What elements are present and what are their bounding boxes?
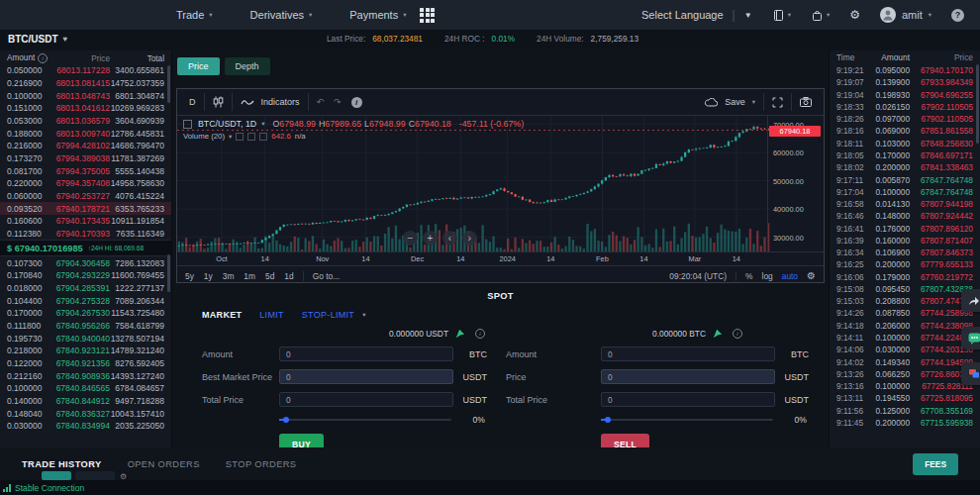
interval-button[interactable]: D: [181, 93, 205, 111]
language-selector[interactable]: Select Language | ▼: [641, 8, 752, 22]
orderbook-row[interactable]: 0.09352067940.1787216353.765233: [0, 202, 171, 215]
orders-tab-stop-orders[interactable]: STOP ORDERS: [226, 459, 297, 469]
share-floating-button[interactable]: [961, 289, 980, 312]
nav-menu-payments[interactable]: Payments▾: [349, 9, 406, 21]
orderbook-row[interactable]: 0.10000068013.0487436801.304874: [0, 89, 171, 102]
orderbook-row[interactable]: 0.11238067940.1703937635.116349: [0, 228, 171, 241]
buy-amount-input[interactable]: 0: [279, 346, 453, 361]
info-icon[interactable]: i: [351, 97, 362, 108]
trades-scrollbar[interactable]: [976, 64, 979, 144]
orderbook-row[interactable]: 0.03000067840.8349942035.225050: [0, 420, 171, 433]
auto-scale-button[interactable]: auto: [782, 271, 798, 281]
orderbook-row[interactable]: 0.16060067940.17343510911.191854: [0, 215, 171, 228]
info-icon[interactable]: i: [38, 53, 48, 63]
candle-style-button[interactable]: [205, 93, 233, 111]
orderbook-row[interactable]: 0.17000067904.26753011543.725480: [0, 307, 171, 320]
volume-legend[interactable]: Volume (20) ▾ 642.6 n/a: [183, 132, 306, 141]
favorite-heart-icon[interactable]: ♥: [63, 35, 68, 44]
orderbook-row[interactable]: 0.21800067840.92312114789.321240: [0, 345, 171, 357]
help-icon[interactable]: ?: [951, 9, 964, 22]
info-icon[interactable]: i: [733, 329, 742, 339]
orderbook-row[interactable]: 0.14804067840.83632710043.157410: [0, 407, 171, 420]
orderbook-row[interactable]: 0.17084067904.29322911600.769455: [0, 269, 171, 282]
symbol-legend[interactable]: BTC/USDT, 1D ▾ O67948.99H67989.65L67948.…: [183, 119, 524, 129]
orders-tab-open-orders[interactable]: OPEN ORDERS: [128, 459, 200, 469]
order-type-tab-stop-limit[interactable]: STOP-LIMIT: [302, 310, 354, 320]
settings-mini-icon[interactable]: [247, 133, 255, 141]
orderbook-row[interactable]: 0.18800068013.00974012786.445831: [0, 127, 171, 140]
buy-total-price-input[interactable]: 0: [279, 392, 453, 407]
range-5d[interactable]: 5d: [265, 271, 274, 281]
orderbook-row[interactable]: 0.10730067904.3064587286.132083: [0, 256, 171, 269]
bids-scrollbar[interactable]: [167, 254, 170, 292]
orderbook-row[interactable]: 0.22000067994.35740814958.758630: [0, 177, 171, 190]
orderbook-row[interactable]: 0.12200067840.9213568276.592405: [0, 357, 171, 370]
clock[interactable]: 09:20:04 (UTC): [669, 271, 727, 281]
orderbook-row[interactable]: 0.21600067994.42810214686.796470: [0, 140, 171, 152]
wallet-button[interactable]: ▾: [811, 9, 830, 22]
snapshot-button[interactable]: [792, 93, 820, 111]
order-type-tab-market[interactable]: MARKET: [202, 310, 242, 320]
sell-total-price-input[interactable]: 0: [601, 392, 775, 407]
time-axis[interactable]: Oct14Nov14Dec14202414Feb14Mar14: [177, 251, 824, 265]
orderbook-row[interactable]: 0.14000067840.8449129497.718288: [0, 395, 171, 408]
orderbook-row[interactable]: 0.11180067840.9562667584.618799: [0, 320, 171, 333]
range-3m[interactable]: 3m: [223, 271, 235, 281]
depth-view-button[interactable]: Depth: [225, 57, 270, 75]
fullscreen-button[interactable]: [764, 93, 792, 111]
zoom-in-button[interactable]: +: [423, 231, 438, 246]
orderbook-row[interactable]: 0.21690068013.08141514752.037359: [0, 77, 171, 90]
settings-button[interactable]: ⚙: [849, 8, 860, 22]
asks-scrollbar[interactable]: [167, 65, 170, 103]
orders-tab-trade-history[interactable]: TRADE HISTORY: [22, 459, 102, 469]
compare-floating-button[interactable]: [961, 362, 980, 385]
nav-menu-trade[interactable]: Trade▾: [176, 9, 213, 21]
range-5y[interactable]: 5y: [185, 271, 194, 281]
scroll-right-button[interactable]: ›: [462, 231, 477, 246]
buy-best-market-price-input[interactable]: 0: [279, 369, 453, 384]
orderbook-row[interactable]: 0.10000067840.8465656784.084657: [0, 382, 171, 395]
orderbook-row[interactable]: 0.10440067904.2753287089.206344: [0, 294, 171, 307]
price-axis[interactable]: 70000.0060000.0050000.0040000.0030000.00…: [767, 116, 824, 251]
range-1m[interactable]: 1m: [244, 271, 255, 281]
cursor-icon[interactable]: [713, 329, 723, 339]
orderbook-row[interactable]: 0.08170067994.3750055555.140438: [0, 164, 171, 177]
cutoff-widget[interactable]: [42, 471, 71, 480]
close-mini-icon[interactable]: [259, 133, 267, 141]
sell-price-input[interactable]: 0: [601, 369, 775, 384]
log-scale-button[interactable]: log: [762, 271, 773, 281]
fees-button[interactable]: FEES: [913, 453, 958, 475]
undo-icon[interactable]: ↶: [317, 97, 325, 107]
price-view-button[interactable]: Price: [177, 57, 220, 75]
orderbook-row[interactable]: 0.05300068013.0365793604.690939: [0, 115, 171, 128]
redo-icon[interactable]: ↷: [334, 97, 342, 107]
cutoff-widget[interactable]: [75, 471, 115, 480]
orderbook-row[interactable]: 0.19573067840.94004013278.507194: [0, 332, 171, 345]
orderbook-row[interactable]: 0.06000067940.2537274076.415224: [0, 190, 171, 203]
axis-settings-gear-icon[interactable]: ⚙: [807, 270, 816, 281]
percent-scale-button[interactable]: %: [745, 271, 752, 281]
sell-amount-slider[interactable]: [601, 419, 773, 421]
toggle-icon[interactable]: [236, 133, 244, 141]
range-1y[interactable]: 1y: [204, 271, 213, 281]
orderbook-row[interactable]: 0.01800067904.2853911222.277137: [0, 282, 171, 295]
nav-menu-derivatives[interactable]: Derivatives▾: [250, 9, 313, 21]
orderbook-row[interactable]: 0.15100068013.04161210269.969283: [0, 102, 171, 115]
order-type-tab-limit[interactable]: LIMIT: [259, 310, 284, 320]
info-icon[interactable]: i: [475, 329, 485, 339]
orderbook-row[interactable]: 0.05000068013.1172283400.655861: [0, 64, 171, 77]
goto-button[interactable]: Go to...: [313, 271, 340, 281]
pair-selector[interactable]: BTC/USDT ♥: [8, 34, 67, 45]
indicators-button[interactable]: Indicators: [233, 93, 309, 111]
cursor-icon[interactable]: [455, 329, 465, 339]
user-menu[interactable]: amit ▾: [880, 7, 931, 23]
apps-grid-icon[interactable]: [420, 8, 435, 23]
orders-ledger-button[interactable]: ▾: [772, 9, 791, 22]
zoom-out-button[interactable]: −: [403, 231, 418, 246]
scroll-left-button[interactable]: ‹: [442, 231, 457, 246]
buy-amount-slider[interactable]: [279, 419, 451, 421]
chat-floating-button[interactable]: [961, 327, 980, 349]
sell-amount-input[interactable]: 0: [601, 346, 775, 361]
orderbook-row[interactable]: 0.21216067840.90893614393.127240: [0, 369, 171, 382]
save-layout-button[interactable]: Save ▾: [697, 93, 764, 111]
